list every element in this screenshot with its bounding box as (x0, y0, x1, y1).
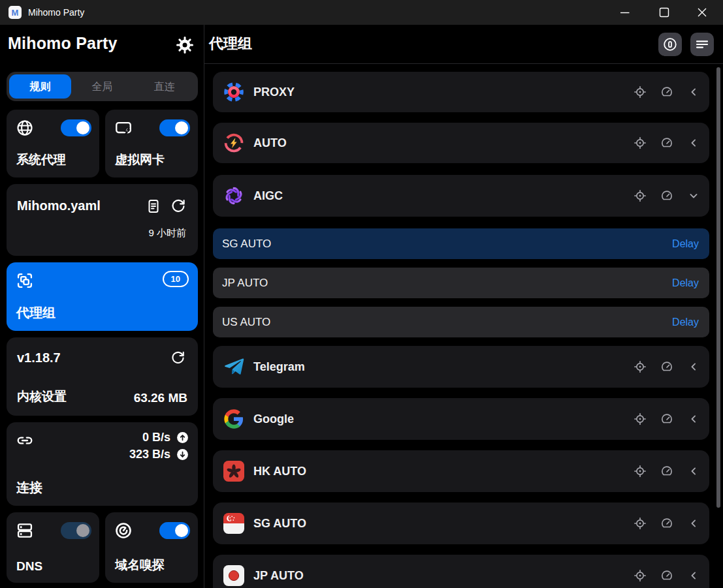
download-speed: 323 B/s (129, 448, 170, 461)
chevron-left-icon[interactable] (687, 85, 700, 99)
group-name: JP AUTO (253, 569, 304, 583)
delay-test-icon[interactable] (660, 360, 673, 373)
column-layout-button[interactable] (658, 33, 682, 56)
link-icon (16, 431, 34, 450)
sniff-toggle[interactable] (159, 522, 190, 539)
locate-icon[interactable] (634, 569, 647, 582)
proxy-item-row[interactable]: JP AUTO Delay (213, 268, 709, 298)
connections-card[interactable]: 0 B/s 323 B/s 连接 (7, 422, 198, 506)
proxy-name: SG AUTO (222, 238, 271, 251)
core-memory: 63.26 MB (134, 391, 187, 405)
app-icon: M (8, 6, 22, 19)
proxy-group-row[interactable]: SG AUTO (213, 503, 709, 544)
chevron-left-icon[interactable] (687, 569, 700, 582)
profile-card[interactable]: Mihomo.yaml 9 小时前 (7, 184, 198, 256)
proxy-group-row[interactable]: Google (213, 398, 709, 440)
system-proxy-toggle[interactable] (61, 119, 91, 136)
close-button[interactable] (687, 0, 717, 25)
upload-speed: 0 B/s (142, 431, 170, 444)
chevron-down-icon[interactable] (687, 189, 700, 202)
delay-test-icon[interactable] (660, 569, 673, 582)
download-arrow-icon (176, 448, 189, 461)
delay-link[interactable]: Delay (672, 277, 699, 289)
group-name: Google (253, 412, 294, 426)
tun-label: 虚拟网卡 (115, 151, 165, 168)
delay-test-icon[interactable] (660, 517, 673, 530)
chevron-left-icon[interactable] (687, 136, 700, 149)
proxy-item-row[interactable]: US AUTO Delay (213, 307, 709, 337)
delay-test-icon[interactable] (660, 412, 673, 426)
tab-global[interactable]: 全局 (71, 74, 133, 99)
locate-icon[interactable] (634, 189, 647, 202)
proxy-group-row[interactable]: JP AUTO (213, 555, 709, 588)
chevron-left-icon[interactable] (687, 517, 700, 530)
delay-test-icon[interactable] (660, 136, 673, 149)
delay-link[interactable]: Delay (672, 238, 699, 250)
dns-card[interactable]: DNS (7, 512, 99, 583)
proxy-item-row[interactable]: SG AUTO Delay (213, 228, 709, 259)
hong-kong-flag-icon (223, 461, 244, 482)
core-refresh-icon[interactable] (170, 350, 186, 366)
maximize-button[interactable] (649, 0, 679, 25)
group-name: SG AUTO (253, 517, 306, 531)
delay-link[interactable]: Delay (672, 317, 699, 328)
scrollbar-thumb[interactable] (716, 67, 720, 508)
profile-file-icon[interactable] (146, 198, 161, 214)
dns-server-icon (16, 521, 34, 540)
traffic-speeds: 0 B/s 323 B/s (129, 431, 189, 461)
proxy-groups-label: 代理组 (16, 304, 56, 322)
auto-logo-icon (223, 132, 244, 153)
chevron-left-icon[interactable] (687, 360, 700, 373)
proxy-group-row[interactable]: PROXY (213, 72, 709, 112)
outbound-mode-tabs: 规则 全局 直连 (7, 72, 198, 101)
locate-icon[interactable] (634, 465, 647, 478)
locate-icon[interactable] (634, 412, 647, 426)
delay-test-icon[interactable] (660, 189, 673, 202)
chevron-left-icon[interactable] (687, 412, 700, 426)
group-name: PROXY (253, 85, 295, 99)
sniff-card[interactable]: 域名嗅探 (105, 512, 198, 583)
minimize-button[interactable] (610, 0, 640, 25)
locate-icon[interactable] (634, 360, 647, 373)
delay-test-icon[interactable] (660, 85, 673, 99)
dns-label: DNS (16, 559, 42, 574)
tab-direct[interactable]: 直连 (133, 74, 195, 99)
system-proxy-card[interactable]: 系统代理 (7, 110, 99, 178)
proxy-group-row[interactable]: Telegram (213, 346, 709, 388)
sidebar-divider (204, 25, 204, 588)
proxy-group-row[interactable]: AIGC (213, 175, 709, 217)
column-layout-icon (662, 37, 678, 52)
titlebar: M Mihomo Party (0, 0, 723, 25)
group-name: Telegram (253, 360, 305, 374)
tun-card[interactable]: 虚拟网卡 (105, 110, 198, 178)
core-settings-label: 内核设置 (17, 388, 67, 405)
network-adapter-icon (114, 119, 133, 137)
system-proxy-label: 系统代理 (16, 151, 66, 168)
page-title: 代理组 (209, 34, 252, 54)
dns-toggle[interactable] (61, 522, 91, 539)
delay-test-icon[interactable] (660, 465, 673, 478)
proxy-group-row[interactable]: HK AUTO (213, 450, 709, 492)
globe-icon (16, 119, 34, 137)
proxy-name: JP AUTO (222, 277, 268, 290)
sort-list-button[interactable] (690, 33, 714, 56)
profile-name: Mihomo.yaml (17, 198, 101, 213)
proxy-logo-icon (223, 82, 244, 102)
locate-icon[interactable] (634, 136, 647, 149)
tab-rule[interactable]: 规则 (9, 74, 71, 99)
profile-updated: 9 小时前 (148, 227, 186, 240)
chevron-left-icon[interactable] (687, 465, 700, 478)
group-name: AIGC (253, 189, 283, 203)
tun-toggle[interactable] (159, 119, 190, 136)
connections-label: 连接 (16, 479, 42, 497)
locate-icon[interactable] (634, 517, 647, 530)
settings-gear-icon[interactable] (175, 35, 195, 55)
japan-flag-icon (223, 565, 244, 586)
locate-icon[interactable] (634, 85, 647, 99)
sidebar-item-proxy-groups[interactable]: 10 代理组 (7, 262, 198, 331)
profile-refresh-icon[interactable] (170, 198, 186, 214)
proxy-group-row[interactable]: AUTO (213, 123, 709, 163)
header-divider (204, 63, 723, 64)
core-settings-card[interactable]: v1.18.7 内核设置 63.26 MB (7, 337, 198, 416)
proxy-name: US AUTO (222, 316, 270, 329)
